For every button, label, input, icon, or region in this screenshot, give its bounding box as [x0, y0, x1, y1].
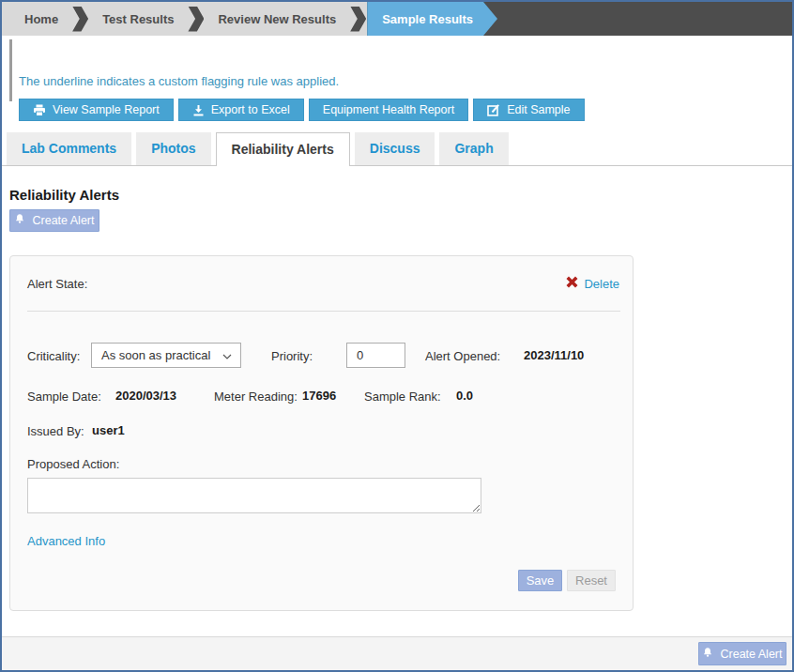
detail-tabs: Lab Comments Photos Reliability Alerts D… [2, 132, 792, 166]
issued-by-value: user1 [92, 423, 125, 437]
proposed-action-label: Proposed Action: [27, 457, 119, 471]
breadcrumb-item-home[interactable]: Home [11, 12, 71, 26]
criticality-selected-value: As soon as practical [101, 348, 210, 362]
view-sample-report-label: View Sample Report [53, 103, 160, 116]
alert-card: Alert State: Delete Criticality: As soon… [9, 255, 634, 611]
save-button[interactable]: Save [518, 570, 562, 591]
advanced-info-link[interactable]: Advanced Info [27, 534, 105, 548]
create-alert-bottom-label: Create Alert [720, 648, 782, 661]
delete-x-icon [565, 275, 579, 293]
download-icon [192, 104, 205, 116]
breadcrumb-fill [497, 2, 792, 36]
equipment-health-report-button[interactable]: Equipment Health Report [309, 99, 468, 121]
criticality-label: Criticality: [27, 349, 80, 363]
priority-label: Priority: [271, 349, 313, 363]
create-alert-button-top[interactable]: Create Alert [9, 209, 99, 232]
reset-button[interactable]: Reset [567, 570, 616, 591]
equipment-health-report-label: Equipment Health Report [323, 103, 454, 116]
breadcrumb-item-review-new-results[interactable]: Review New Results [205, 12, 349, 26]
edit-sample-button[interactable]: Edit Sample [473, 99, 584, 121]
meter-reading-value: 17696 [302, 389, 336, 403]
chevron-down-icon [222, 348, 232, 362]
sample-date-label: Sample Date: [27, 389, 101, 404]
footer-bar: Create Alert [2, 636, 792, 670]
sample-rank-label: Sample Rank: [364, 389, 441, 404]
bell-icon [702, 647, 713, 662]
sample-rank-value: 0.0 [456, 389, 473, 403]
printer-icon [33, 104, 46, 116]
create-alert-button-bottom[interactable]: Create Alert [698, 642, 786, 665]
delete-label: Delete [584, 277, 619, 291]
meter-reading-label: Meter Reading: [214, 389, 298, 404]
alert-state-label: Alert State: [27, 277, 87, 291]
sample-toolbar: View Sample Report Export to Excel Equip… [19, 99, 792, 121]
tab-discuss[interactable]: Discuss [355, 132, 435, 165]
alert-opened-value: 2023/11/10 [524, 348, 584, 362]
criticality-select[interactable]: As soon as practical [91, 343, 241, 368]
breadcrumb-item-test-results[interactable]: Test Results [89, 12, 187, 26]
view-sample-report-button[interactable]: View Sample Report [19, 99, 174, 121]
breadcrumb-arrow-icon [188, 7, 204, 32]
alert-opened-label: Alert Opened: [425, 349, 500, 363]
breadcrumb-arrow-icon [72, 7, 88, 32]
export-to-excel-label: Export to Excel [211, 103, 290, 116]
issued-by-label: Issued By: [27, 424, 84, 438]
export-to-excel-button[interactable]: Export to Excel [178, 99, 304, 121]
proposed-action-textarea[interactable] [27, 478, 481, 513]
tab-graph[interactable]: Graph [439, 132, 508, 165]
card-divider [27, 311, 620, 312]
create-alert-top-label: Create Alert [32, 214, 94, 227]
tab-photos[interactable]: Photos [136, 132, 210, 165]
tab-reliability-alerts[interactable]: Reliability Alerts [216, 132, 350, 166]
bell-icon [14, 213, 25, 228]
breadcrumb: Home Test Results Review New Results Sam… [2, 2, 792, 36]
edit-icon [487, 103, 500, 116]
tab-lab-comments[interactable]: Lab Comments [7, 132, 131, 165]
breadcrumb-arrow-icon [350, 7, 366, 32]
page-title: Reliability Alerts [9, 187, 792, 203]
priority-input[interactable] [346, 343, 405, 368]
app-window: Home Test Results Review New Results Sam… [0, 0, 794, 672]
delete-alert-link[interactable]: Delete [565, 275, 619, 293]
flagging-rule-notice: The underline indicates a custom flaggin… [19, 74, 792, 88]
breadcrumb-item-sample-results[interactable]: Sample Results [367, 2, 497, 36]
breadcrumb-track: Home Test Results Review New Results [2, 2, 367, 36]
scrollbar-thumb[interactable] [9, 39, 12, 101]
edit-sample-label: Edit Sample [507, 103, 570, 116]
sample-date-value: 2020/03/13 [115, 389, 176, 403]
